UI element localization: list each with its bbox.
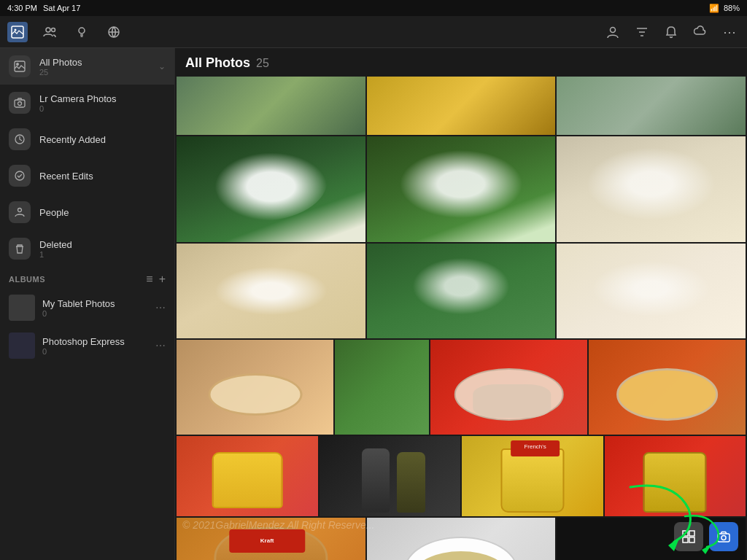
content-header: All Photos 25 bbox=[175, 48, 747, 75]
photo-cell[interactable] bbox=[557, 77, 746, 135]
sidebar-item-recently-added[interactable]: Recently Added bbox=[0, 121, 174, 158]
sidebar-item-recent-edits[interactable]: Recent Edits bbox=[0, 158, 174, 194]
status-bar: 4:30 PM Sat Apr 17 📶 88% bbox=[0, 0, 747, 16]
sidebar-item-lr-camera[interactable]: Lr Camera Photos 0 bbox=[0, 85, 174, 121]
people-nav-icon[interactable] bbox=[39, 22, 60, 42]
deleted-label: Deleted bbox=[39, 239, 166, 250]
photos-nav-icon[interactable] bbox=[7, 22, 28, 42]
svg-point-3 bbox=[52, 28, 55, 31]
my-tablet-photos-label: My Tablet Photos bbox=[42, 298, 148, 309]
top-nav-right: ⋯ bbox=[603, 22, 740, 42]
photo-cell[interactable] bbox=[320, 436, 461, 516]
content-area: All Photos 25 bbox=[175, 48, 747, 560]
photoshop-express-more-button[interactable]: ⋯ bbox=[155, 340, 166, 351]
photo-cell[interactable] bbox=[335, 340, 429, 435]
albums-section-header: ALBUMS ≡ + bbox=[0, 267, 174, 289]
photo-row-3 bbox=[177, 244, 746, 338]
photo-cell[interactable] bbox=[367, 77, 556, 135]
svg-point-8 bbox=[17, 63, 19, 66]
sidebar-item-deleted[interactable]: Deleted 1 bbox=[0, 230, 174, 267]
my-tablet-photos-more-button[interactable]: ⋯ bbox=[155, 302, 166, 314]
globe-nav-icon[interactable] bbox=[104, 22, 124, 42]
recently-added-icon bbox=[9, 128, 31, 150]
lr-camera-text: Lr Camera Photos 0 bbox=[39, 93, 166, 113]
people-sidebar-icon bbox=[9, 201, 31, 223]
photo-cell[interactable]: Kraft bbox=[177, 518, 365, 560]
photo-grid[interactable]: French's Kraft bbox=[175, 75, 747, 560]
photo-cell[interactable] bbox=[589, 340, 746, 435]
all-photos-text: All Photos 25 bbox=[39, 57, 150, 77]
svg-rect-14 bbox=[683, 531, 688, 536]
status-left: 4:30 PM Sat Apr 17 bbox=[7, 4, 80, 12]
sidebar-item-people[interactable]: People bbox=[0, 194, 174, 230]
lr-camera-count: 0 bbox=[39, 104, 166, 113]
photo-row-5: French's bbox=[177, 436, 746, 516]
photo-row-2 bbox=[177, 136, 746, 242]
more-options-icon[interactable]: ⋯ bbox=[719, 22, 740, 42]
content-title: All Photos bbox=[185, 55, 250, 71]
people-text: People bbox=[39, 207, 166, 218]
photo-cell[interactable] bbox=[367, 136, 556, 242]
deleted-icon bbox=[9, 238, 31, 260]
photo-cell[interactable] bbox=[177, 77, 365, 135]
content-count: 25 bbox=[256, 57, 269, 70]
person-icon[interactable] bbox=[603, 22, 623, 42]
photo-cell[interactable] bbox=[557, 244, 746, 338]
svg-rect-9 bbox=[15, 100, 25, 107]
svg-point-1 bbox=[15, 28, 17, 31]
lightbulb-nav-icon[interactable] bbox=[71, 22, 92, 42]
status-right: 📶 88% bbox=[709, 4, 740, 13]
wifi-icon: 📶 bbox=[709, 4, 719, 13]
photoshop-express-thumb bbox=[9, 332, 35, 359]
photo-cell[interactable] bbox=[430, 340, 587, 435]
albums-section-actions: ≡ + bbox=[146, 273, 166, 286]
photo-row-1 bbox=[177, 77, 746, 135]
lr-camera-label: Lr Camera Photos bbox=[39, 93, 166, 104]
sidebar-item-all-photos[interactable]: All Photos 25 ⌄ bbox=[0, 48, 174, 85]
top-nav: ⋯ bbox=[0, 16, 747, 48]
photo-cell[interactable] bbox=[177, 244, 365, 338]
photo-cell[interactable] bbox=[177, 136, 365, 242]
date: Sat Apr 17 bbox=[43, 4, 80, 12]
sort-albums-button[interactable]: ≡ bbox=[146, 273, 152, 286]
photo-cell[interactable] bbox=[177, 340, 333, 435]
time: 4:30 PM bbox=[7, 4, 37, 12]
people-label: People bbox=[39, 207, 166, 218]
svg-rect-17 bbox=[689, 537, 694, 542]
svg-rect-16 bbox=[683, 537, 688, 542]
photo-cell[interactable] bbox=[605, 436, 746, 516]
battery: 88% bbox=[724, 4, 740, 12]
svg-point-2 bbox=[46, 28, 50, 32]
grid-wrapper: French's Kraft bbox=[175, 75, 747, 560]
photoshop-express-text: Photoshop Express 0 bbox=[42, 336, 148, 356]
top-nav-left bbox=[7, 22, 124, 42]
photo-cell[interactable] bbox=[367, 244, 556, 338]
svg-point-12 bbox=[15, 171, 24, 180]
grid-view-button[interactable] bbox=[674, 522, 703, 551]
recent-edits-icon bbox=[9, 165, 31, 187]
recently-added-label: Recently Added bbox=[39, 134, 166, 145]
svg-point-6 bbox=[611, 27, 616, 32]
photo-cell[interactable] bbox=[177, 436, 318, 516]
albums-section-title: ALBUMS bbox=[9, 275, 45, 284]
filter-icon[interactable] bbox=[632, 22, 652, 42]
svg-point-10 bbox=[18, 102, 22, 106]
album-item-photoshop-express[interactable]: Photoshop Express 0 ⋯ bbox=[0, 327, 174, 365]
bell-icon[interactable] bbox=[661, 22, 681, 42]
bottom-icons bbox=[674, 522, 738, 551]
svg-point-19 bbox=[721, 536, 726, 540]
camera-button[interactable] bbox=[709, 522, 738, 551]
photo-row-4 bbox=[177, 340, 746, 435]
cloud-icon[interactable] bbox=[690, 22, 711, 42]
photo-cell[interactable] bbox=[557, 136, 746, 242]
sidebar: All Photos 25 ⌄ Lr Camera Photos 0 bbox=[0, 48, 175, 560]
add-album-button[interactable]: + bbox=[159, 273, 166, 286]
all-photos-count: 25 bbox=[39, 68, 150, 77]
my-tablet-photos-thumb bbox=[9, 295, 35, 321]
my-tablet-photos-count: 0 bbox=[42, 309, 148, 318]
main-layout: All Photos 25 ⌄ Lr Camera Photos 0 bbox=[0, 48, 747, 560]
photo-cell[interactable] bbox=[367, 518, 556, 560]
album-item-my-tablet-photos[interactable]: My Tablet Photos 0 ⋯ bbox=[0, 289, 174, 327]
my-tablet-photos-text: My Tablet Photos 0 bbox=[42, 298, 148, 318]
photo-cell[interactable]: French's bbox=[462, 436, 603, 516]
